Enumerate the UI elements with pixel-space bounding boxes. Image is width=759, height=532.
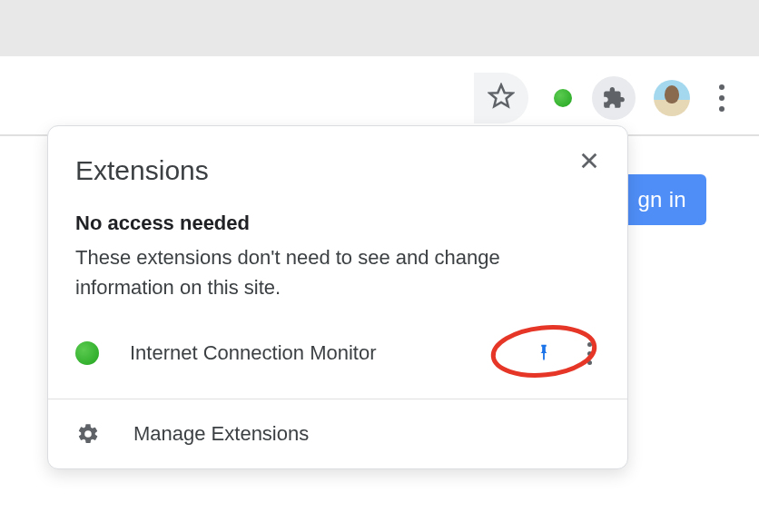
address-bar-tail xyxy=(474,73,528,123)
extension-row[interactable]: Internet Connection Monitor xyxy=(75,324,600,391)
gear-icon xyxy=(75,421,101,447)
puzzle-icon xyxy=(602,86,626,110)
bookmark-star-icon[interactable] xyxy=(488,83,515,113)
extensions-popup: Extensions No access needed These extens… xyxy=(47,125,628,469)
section-heading: No access needed xyxy=(75,212,600,235)
sign-in-label: gn in xyxy=(637,187,686,212)
extension-icon xyxy=(75,341,99,365)
close-button[interactable] xyxy=(573,144,606,177)
manage-extensions-label: Manage Extensions xyxy=(133,422,309,446)
profile-avatar[interactable] xyxy=(654,80,690,116)
pin-extension-button[interactable] xyxy=(524,333,564,373)
close-icon xyxy=(579,151,599,171)
manage-extensions-row[interactable]: Manage Extensions xyxy=(48,399,627,468)
svg-marker-0 xyxy=(490,85,513,107)
browser-toolbar xyxy=(0,71,739,125)
section-description: These extensions don't need to see and c… xyxy=(75,242,600,302)
extension-name: Internet Connection Monitor xyxy=(130,341,524,365)
pin-icon xyxy=(534,343,554,363)
popup-title: Extensions xyxy=(75,155,600,186)
extension-status-dot-icon[interactable] xyxy=(554,89,572,107)
extension-more-button[interactable] xyxy=(578,342,600,365)
sign-in-button[interactable]: gn in xyxy=(617,174,706,225)
window-titlebar-area xyxy=(0,0,759,56)
extensions-button[interactable] xyxy=(592,76,636,120)
browser-menu-button[interactable] xyxy=(708,84,735,112)
